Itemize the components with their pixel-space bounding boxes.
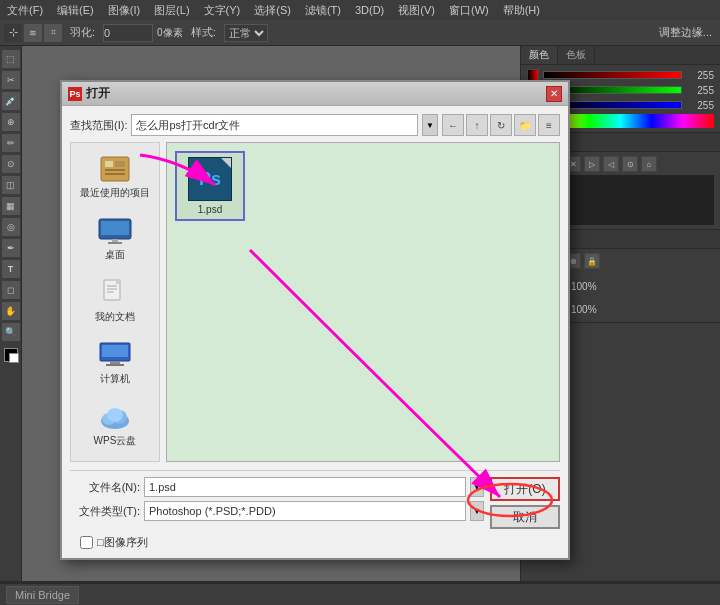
dialog-body: 查找范围(I): 怎么用ps打开cdr文件 ▼ ← ↑ ↻ 📁 ≡ (62, 106, 568, 558)
sidebar-computer[interactable]: 计算机 (75, 337, 155, 389)
svg-point-21 (107, 408, 123, 422)
dialog-sidebar: 最近使用的项目 桌面 (70, 142, 160, 462)
filename-dropdown[interactable]: ▼ (470, 477, 484, 497)
dialog-content: 最近使用的项目 桌面 (70, 142, 560, 462)
dialog-fields: 文件名(N): ▼ 文件类型(T): ▼ (70, 477, 484, 525)
location-dropdown[interactable]: ▼ (422, 114, 438, 136)
open-file-dialog: Ps 打开 ✕ 查找范围(I): 怎么用ps打开cdr文件 ▼ ← ↑ ↻ 📁 … (60, 80, 570, 560)
sidebar-computer-label: 计算机 (100, 372, 130, 386)
filetype-dropdown[interactable]: ▼ (470, 501, 484, 521)
file-item-name: 1.psd (198, 204, 222, 215)
svg-marker-10 (116, 280, 120, 284)
computer-icon (97, 340, 133, 370)
cancel-button[interactable]: 取消 (490, 505, 560, 529)
location-label: 查找范围(I): (70, 118, 127, 133)
nav-newfolder-btn[interactable]: 📁 (514, 114, 536, 136)
recent-icon (97, 154, 133, 184)
location-buttons: ← ↑ ↻ 📁 ≡ (442, 114, 560, 136)
dialog-close-button[interactable]: ✕ (546, 86, 562, 102)
location-input[interactable]: 怎么用ps打开cdr文件 (131, 114, 418, 136)
svg-rect-8 (108, 242, 122, 244)
sidebar-desktop[interactable]: 桌面 (75, 213, 155, 265)
open-button[interactable]: 打开(O) (490, 477, 560, 501)
svg-rect-7 (112, 239, 118, 242)
sidebar-cloud[interactable]: WPS云盘 (75, 399, 155, 451)
filetype-label: 文件类型(T): (70, 504, 140, 519)
image-sequence-label: □图像序列 (97, 535, 148, 550)
file-ps-icon (188, 157, 232, 201)
dialog-action-buttons: 打开(O) 取消 (490, 477, 560, 529)
dialog-filelist[interactable]: 1.psd (166, 142, 560, 462)
file-item-1psd[interactable]: 1.psd (175, 151, 245, 221)
nav-back-btn[interactable]: ← (442, 114, 464, 136)
svg-rect-1 (105, 161, 113, 167)
dialog-title: 打开 (86, 85, 110, 102)
filename-row: 文件名(N): ▼ (70, 477, 484, 497)
desktop-icon (97, 216, 133, 246)
svg-rect-3 (105, 169, 125, 171)
svg-rect-15 (102, 345, 128, 357)
dialog-overlay: Ps 打开 ✕ 查找范围(I): 怎么用ps打开cdr文件 ▼ ← ↑ ↻ 📁 … (0, 0, 720, 605)
sidebar-desktop-label: 桌面 (105, 248, 125, 262)
file-corner (221, 158, 231, 168)
location-value: 怎么用ps打开cdr文件 (136, 118, 240, 133)
image-sequence-checkbox[interactable] (80, 536, 93, 549)
svg-rect-4 (105, 173, 125, 175)
dialog-ps-icon: Ps (68, 87, 82, 101)
filename-label: 文件名(N): (70, 480, 140, 495)
svg-rect-16 (110, 361, 120, 364)
nav-up-btn[interactable]: ↑ (466, 114, 488, 136)
image-sequence-row: □图像序列 (70, 535, 560, 550)
dialog-fields-and-btns: 文件名(N): ▼ 文件类型(T): ▼ 打开(O) 取消 (70, 477, 560, 529)
view-btn[interactable]: ≡ (538, 114, 560, 136)
sidebar-docs-label: 我的文档 (95, 310, 135, 324)
sidebar-docs[interactable]: 我的文档 (75, 275, 155, 327)
filetype-input[interactable] (144, 501, 466, 521)
location-bar: 查找范围(I): 怎么用ps打开cdr文件 ▼ ← ↑ ↻ 📁 ≡ (70, 114, 560, 136)
filetype-row: 文件类型(T): ▼ (70, 501, 484, 521)
sidebar-recent-label: 最近使用的项目 (80, 186, 150, 200)
dialog-title-left: Ps 打开 (68, 85, 110, 102)
sidebar-cloud-label: WPS云盘 (94, 434, 137, 448)
filename-input[interactable] (144, 477, 466, 497)
dialog-titlebar: Ps 打开 ✕ (62, 82, 568, 106)
dialog-bottom: 文件名(N): ▼ 文件类型(T): ▼ 打开(O) 取消 (70, 470, 560, 550)
svg-rect-6 (101, 221, 129, 235)
docs-icon (97, 278, 133, 308)
svg-rect-2 (115, 161, 125, 167)
svg-rect-17 (106, 364, 124, 366)
sidebar-recent[interactable]: 最近使用的项目 (75, 151, 155, 203)
nav-refresh-btn[interactable]: ↻ (490, 114, 512, 136)
cloud-icon (97, 402, 133, 432)
